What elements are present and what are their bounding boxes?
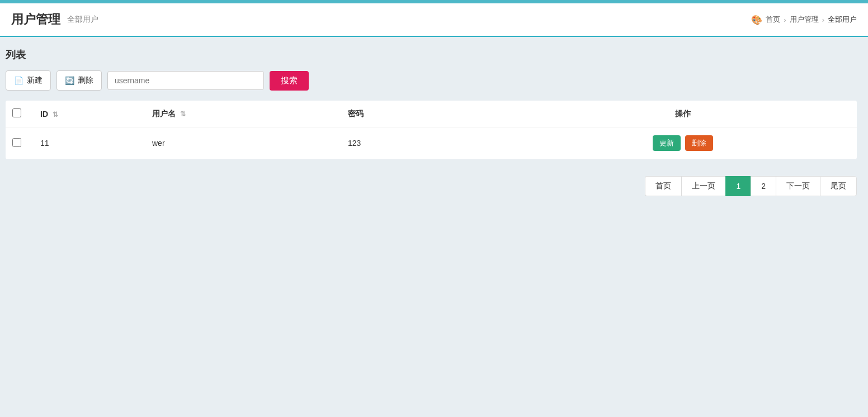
main-content: 列表 📄 新建 🔄 删除 搜索 ID ⇅ [0, 37, 868, 219]
header: 用户管理 全部用户 🎨 首页 › 用户管理 › 全部用户 [0, 3, 868, 37]
delete-button[interactable]: 🔄 删除 [56, 70, 102, 91]
table-header-row: ID ⇅ 用户名 ⇅ 密码 操作 [6, 101, 857, 127]
table-body: 11 wer 123 更新 删除 [6, 127, 857, 159]
page-subtitle: 全部用户 [67, 15, 98, 25]
pagination-prev[interactable]: 上一页 [681, 176, 725, 196]
pagination: 首页 上一页 1 2 下一页 尾页 [645, 176, 857, 196]
toolbar: 📄 新建 🔄 删除 搜索 [6, 70, 857, 91]
section-title: 列表 [6, 48, 857, 61]
breadcrumb-sep-1: › [784, 16, 786, 24]
select-all-checkbox[interactable] [12, 108, 21, 117]
pagination-first[interactable]: 首页 [645, 176, 681, 196]
delete-button-label: 删除 [78, 75, 93, 86]
page-title: 用户管理 [11, 11, 60, 28]
new-button-label: 新建 [27, 75, 43, 86]
col-header-action: 操作 [509, 101, 857, 127]
table-row: 11 wer 123 更新 删除 [6, 127, 857, 159]
update-button-0[interactable]: 更新 [653, 135, 681, 151]
breadcrumb-home[interactable]: 首页 [766, 15, 780, 25]
pagination-page-2[interactable]: 2 [751, 176, 776, 196]
breadcrumb-user-mgmt[interactable]: 用户管理 [790, 15, 819, 25]
new-button[interactable]: 📄 新建 [6, 70, 51, 91]
pagination-wrap: 首页 上一页 1 2 下一页 尾页 [6, 159, 857, 207]
col-header-password: 密码 [341, 101, 509, 127]
col-header-username: 用户名 ⇅ [145, 101, 341, 127]
cell-username-0: wer [145, 127, 341, 159]
search-button-label: 搜索 [281, 75, 298, 85]
pagination-next[interactable]: 下一页 [776, 176, 820, 196]
refresh-icon: 🔄 [65, 76, 74, 85]
sort-icon-id[interactable]: ⇅ [53, 111, 58, 119]
breadcrumb-sep-2: › [822, 16, 824, 24]
breadcrumb: 🎨 首页 › 用户管理 › 全部用户 [751, 15, 857, 25]
user-table: ID ⇅ 用户名 ⇅ 密码 操作 [6, 101, 857, 159]
search-input[interactable] [107, 71, 264, 90]
cell-password-0: 123 [341, 127, 509, 159]
search-button[interactable]: 搜索 [270, 71, 309, 91]
pagination-page-1[interactable]: 1 [725, 176, 751, 196]
cell-id-0: 11 [34, 127, 145, 159]
row-checkbox-0[interactable] [12, 138, 21, 147]
header-left: 用户管理 全部用户 [11, 11, 98, 28]
cell-action-0: 更新 删除 [509, 127, 857, 159]
new-icon: 📄 [14, 76, 23, 85]
col-header-check [6, 101, 34, 127]
row-delete-button-0[interactable]: 删除 [685, 135, 713, 151]
home-icon: 🎨 [751, 15, 762, 25]
cell-check-0 [6, 127, 34, 159]
sort-icon-username[interactable]: ⇅ [180, 110, 186, 118]
col-header-id: ID ⇅ [34, 101, 145, 127]
pagination-last[interactable]: 尾页 [820, 176, 857, 196]
breadcrumb-all-users: 全部用户 [828, 15, 857, 25]
